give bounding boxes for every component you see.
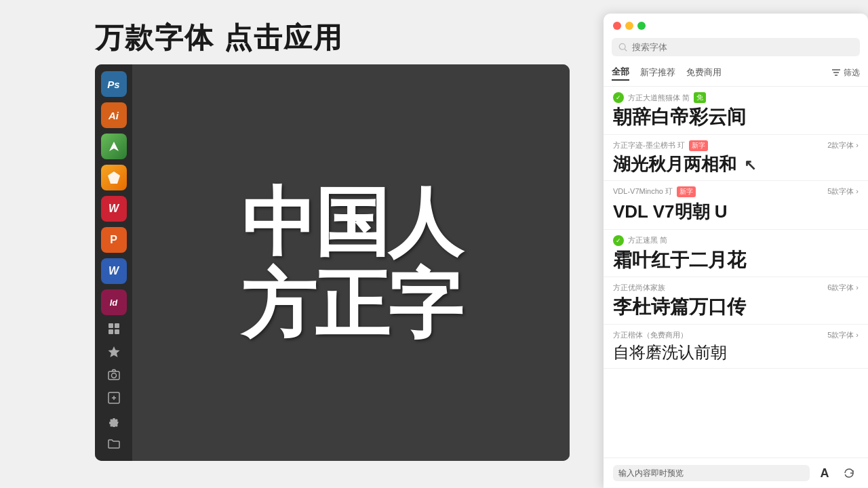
sidebar-item-ai[interactable]: Ai: [101, 102, 127, 128]
list-item[interactable]: 方正字迹-墨尘榜书 玎 新字 2款字体 › 湖光秋月两相和 ↖: [604, 135, 868, 181]
font-item-header-3: VDL-V7Mincho 玎 新字 5款字体 ›: [613, 186, 859, 197]
ps-label: Ps: [107, 79, 119, 90]
font-preview-3: VDL V7明朝 U: [613, 200, 859, 224]
page-title: 万款字体 点击应用: [95, 19, 343, 57]
sidebar-item-word[interactable]: W: [101, 258, 127, 284]
bottom-bar: 输入内容即时预览 A: [604, 458, 868, 488]
svg-point-11: [619, 43, 625, 49]
ai-label: Ai: [108, 110, 119, 121]
star-icon[interactable]: [106, 344, 122, 360]
font-item-header-5: 方正优尚体家族 6款字体 ›: [613, 283, 859, 293]
svg-point-7: [111, 373, 116, 378]
font-info-3: VDL-V7Mincho 玎 新字: [613, 186, 696, 197]
font-item-header-4: ✓ 方正速黑 简: [613, 235, 859, 246]
list-item[interactable]: 方正楷体（免费商用） 5款字体 › 自将磨洗认前朝: [604, 325, 868, 369]
svg-rect-2: [115, 323, 119, 328]
tab-new[interactable]: 新字推荐: [640, 65, 675, 80]
font-badge-new-2: 新字: [689, 140, 708, 151]
font-preview-2: 湖光秋月两相和 ↖: [613, 154, 859, 175]
word-label: W: [108, 265, 119, 277]
refresh-button[interactable]: [840, 464, 859, 483]
font-item-header-2: 方正字迹-墨尘榜书 玎 新字 2款字体 ›: [613, 140, 859, 151]
sidebar-item-id[interactable]: Id: [101, 289, 127, 315]
camera-icon[interactable]: [106, 367, 122, 383]
svg-rect-4: [115, 329, 119, 334]
list-item[interactable]: VDL-V7Mincho 玎 新字 5款字体 › VDL V7明朝 U: [604, 181, 868, 230]
app-window: Ps Ai W P: [95, 64, 570, 461]
font-name-2: 方正字迹-墨尘榜书 玎: [613, 140, 685, 150]
font-size-button[interactable]: A: [815, 464, 834, 483]
font-name-6: 方正楷体（免费商用）: [613, 330, 688, 340]
font-preview-1: 朝辞白帝彩云间: [613, 106, 859, 129]
grid-icon[interactable]: [106, 321, 122, 337]
font-size-icon: A: [821, 466, 829, 481]
svg-rect-3: [108, 329, 113, 334]
font-info-4: ✓ 方正速黑 简: [613, 235, 667, 246]
sidebar-item-figma[interactable]: [101, 165, 127, 190]
svg-marker-0: [108, 171, 120, 184]
refresh-icon: [843, 467, 855, 479]
sidebar-icons-top: Ps Ai W P: [101, 71, 127, 315]
sidebar-icons-bottom: [106, 321, 122, 459]
svg-marker-5: [108, 346, 119, 357]
minimize-button[interactable]: [625, 22, 633, 30]
app-sidebar: Ps Ai W P: [95, 64, 132, 461]
filter-tabs: 全部 新字推荐 免费商用 筛选: [604, 62, 868, 87]
arrow-icon: [106, 139, 121, 154]
list-item[interactable]: 方正优尚体家族 6款字体 › 李杜诗篇万口传: [604, 277, 868, 325]
font-info-1: ✓ 方正大道熊猫体 简 免: [613, 92, 706, 103]
search-icon: [618, 43, 628, 52]
check-icon-1: ✓: [613, 92, 624, 103]
svg-line-12: [625, 49, 627, 51]
gem-icon: [106, 170, 121, 185]
search-input[interactable]: [632, 42, 853, 52]
filter-button[interactable]: 筛选: [831, 67, 860, 79]
tab-free[interactable]: 免费商用: [686, 65, 722, 80]
expand-icon[interactable]: [106, 390, 122, 406]
sidebar-item-ps[interactable]: Ps: [101, 71, 127, 97]
id-label: Id: [110, 298, 118, 308]
font-count-5: 6款字体 ›: [827, 283, 859, 293]
tab-all[interactable]: 全部: [612, 64, 629, 81]
filter-label: 筛选: [844, 67, 860, 79]
font-preview-4: 霜叶红于二月花: [613, 249, 859, 272]
canvas-line2: 方正字: [241, 263, 461, 345]
wps-label: W: [108, 203, 119, 215]
list-item[interactable]: ✓ 方正大道熊猫体 简 免 朝辞白帝彩云间: [604, 87, 868, 135]
font-panel: 全部 新字推荐 免费商用 筛选 ✓ 方正大道熊猫体 简 免 朝辞白帝彩云间: [604, 14, 868, 488]
close-button[interactable]: [613, 22, 621, 30]
list-item[interactable]: ✓ 方正速黑 简 霜叶红于二月花: [604, 230, 868, 278]
font-info-6: 方正楷体（免费商用）: [613, 330, 688, 340]
gear-icon[interactable]: [106, 413, 122, 429]
canvas-line1: 中国人: [241, 181, 461, 263]
font-info-5: 方正优尚体家族: [613, 283, 665, 293]
font-count-2: 2款字体 ›: [827, 140, 859, 150]
font-preview-6: 自将磨洗认前朝: [613, 343, 859, 363]
check-icon-4: ✓: [613, 235, 624, 246]
font-name-5: 方正优尚体家族: [613, 283, 665, 293]
font-name-3: VDL-V7Mincho 玎: [613, 186, 673, 197]
sidebar-item-sketch[interactable]: [101, 134, 127, 159]
search-bar: [612, 38, 860, 56]
font-badge-free-1: 免: [694, 92, 706, 103]
font-badge-new-3: 新字: [677, 186, 696, 197]
font-item-header-1: ✓ 方正大道熊猫体 简 免: [613, 92, 859, 103]
font-name-1: 方正大道熊猫体 简: [628, 93, 690, 103]
app-canvas: 中国人 方正字: [132, 64, 570, 461]
folder-icon[interactable]: [106, 436, 122, 452]
font-count-6: 5款字体 ›: [827, 330, 859, 340]
font-preview-5: 李杜诗篇万口传: [613, 296, 859, 319]
filter-icon: [831, 68, 841, 77]
maximize-button[interactable]: [637, 22, 646, 30]
ppt-label: P: [110, 234, 117, 246]
canvas-text: 中国人 方正字: [241, 181, 461, 345]
font-list: ✓ 方正大道熊猫体 简 免 朝辞白帝彩云间 方正字迹-墨尘榜书 玎 新字 2款字…: [604, 87, 868, 458]
sidebar-item-wps[interactable]: W: [101, 196, 127, 222]
font-count-3: 5款字体 ›: [827, 186, 859, 197]
preview-select[interactable]: 输入内容即时预览: [613, 465, 810, 481]
svg-rect-1: [108, 323, 113, 328]
traffic-lights: [604, 14, 868, 35]
font-item-header-6: 方正楷体（免费商用） 5款字体 ›: [613, 330, 859, 340]
sidebar-item-ppt[interactable]: P: [101, 227, 127, 253]
cursor-arrow: ↖: [744, 157, 756, 174]
